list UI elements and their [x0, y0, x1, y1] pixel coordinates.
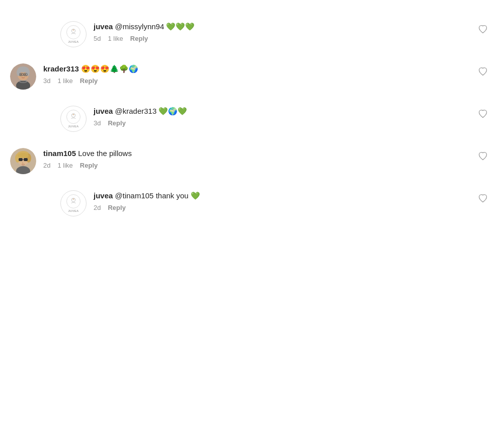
svg-point-28: [73, 198, 74, 200]
reply-button[interactable]: Reply: [80, 162, 98, 169]
comment-likes: 1 like: [57, 77, 72, 85]
avatar: JUVEA: [60, 21, 87, 47]
comment-body: 😍😍😍🌲🌳🌍: [81, 64, 138, 73]
comment-likes: 1 like: [57, 162, 72, 169]
comment-time: 2d: [43, 162, 50, 169]
like-button[interactable]: [478, 24, 488, 34]
like-button[interactable]: [478, 109, 488, 119]
comment-meta: 2d 1 like Reply: [43, 162, 493, 169]
heart-icon: [478, 151, 488, 161]
comment-content: juvea @tinam105 thank you 💚 2d Reply: [94, 190, 493, 211]
comment-content: krader313 😍😍😍🌲🌳🌍 3d 1 like Reply: [43, 63, 493, 85]
comment-meta: 3d Reply: [94, 119, 493, 127]
reply-button[interactable]: Reply: [130, 35, 148, 42]
username: juvea: [94, 191, 113, 200]
comment-row: krader313 😍😍😍🌲🌳🌍 3d 1 like Reply: [0, 57, 503, 96]
reply-button[interactable]: Reply: [108, 204, 125, 211]
heart-icon: [478, 193, 488, 203]
comment-content: juvea @krader313 💚🌍💚 3d Reply: [94, 106, 493, 127]
comment-row: JUVEA juvea @krader313 💚🌍💚 3d Reply: [0, 100, 503, 138]
like-button[interactable]: [478, 193, 488, 203]
comment-body: @tinam105 thank you 💚: [115, 191, 200, 200]
svg-point-9: [26, 69, 30, 76]
svg-point-23: [18, 153, 29, 158]
comment-text: juvea @tinam105 thank you 💚: [94, 190, 493, 201]
username: krader313: [43, 64, 79, 73]
avatar: JUVEA: [60, 190, 87, 216]
svg-rect-24: [19, 158, 23, 161]
svg-point-1: [73, 29, 74, 31]
svg-point-16: [73, 114, 74, 115]
svg-point-8: [17, 69, 21, 76]
like-button[interactable]: [478, 151, 488, 161]
svg-rect-25: [24, 158, 28, 161]
comment-meta: 3d 1 like Reply: [43, 77, 493, 85]
comment-time: 5d: [94, 35, 101, 42]
comment-text: krader313 😍😍😍🌲🌳🌍: [43, 63, 493, 74]
comment-time: 3d: [43, 77, 50, 85]
reply-button[interactable]: Reply: [108, 119, 125, 127]
comment-body: @krader313 💚🌍💚: [115, 107, 188, 115]
svg-point-5: [23, 82, 24, 83]
comments-container: JUVEA juvea @missylynn94 💚💚💚 5d 1 like R…: [0, 10, 503, 228]
heart-icon: [478, 109, 488, 119]
comment-meta: 2d Reply: [94, 204, 493, 211]
comment-row: tinam105 Love the pillows 2d 1 like Repl…: [0, 142, 503, 180]
username: juvea: [94, 107, 113, 115]
comment-text: tinam105 Love the pillows: [43, 148, 493, 159]
avatar: [10, 148, 36, 174]
comment-likes: 1 like: [108, 35, 123, 42]
comment-time: 3d: [94, 119, 101, 127]
username: juvea: [94, 22, 113, 31]
comment-content: tinam105 Love the pillows 2d 1 like Repl…: [43, 148, 493, 169]
username: tinam105: [43, 149, 76, 158]
comment-meta: 5d 1 like Reply: [94, 35, 493, 42]
heart-icon: [478, 66, 488, 77]
comment-body: @missylynn94 💚💚💚: [115, 22, 195, 31]
comment-text: juvea @missylynn94 💚💚💚: [94, 21, 493, 32]
avatar: [10, 63, 36, 90]
avatar: JUVEA: [60, 106, 87, 132]
comment-time: 2d: [94, 204, 101, 211]
reply-button[interactable]: Reply: [80, 77, 98, 85]
like-button[interactable]: [478, 66, 488, 77]
svg-point-11: [25, 74, 26, 76]
svg-point-10: [21, 74, 22, 76]
comment-body: Love the pillows: [78, 149, 132, 158]
comment-row: JUVEA juvea @missylynn94 💚💚💚 5d 1 like R…: [0, 15, 503, 53]
comment-row: JUVEA juvea @tinam105 thank you 💚 2d Rep…: [0, 184, 503, 222]
comment-content: juvea @missylynn94 💚💚💚 5d 1 like Reply: [94, 21, 493, 42]
heart-icon: [478, 24, 488, 34]
comment-text: juvea @krader313 💚🌍💚: [94, 106, 493, 116]
